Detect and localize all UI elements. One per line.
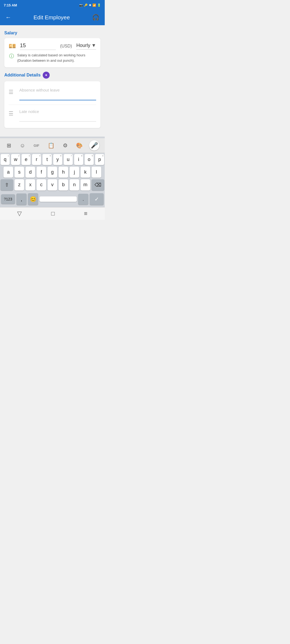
late-notice-field-row: ☰ Late notice — [9, 107, 96, 124]
kb-key-m[interactable]: m — [81, 179, 90, 191]
kb-key-u[interactable]: u7 — [64, 154, 73, 165]
additional-section-header: Additional Details ✦ — [4, 72, 100, 79]
kb-comma-key[interactable]: , — [16, 193, 27, 205]
additional-details-card: ☰ Absence without leave ☰ Late notice — [4, 81, 100, 128]
kb-key-f[interactable]: f — [37, 167, 46, 178]
absence-icon: ☰ — [9, 89, 17, 95]
kb-key-l[interactable]: l — [92, 167, 101, 178]
kb-key-w[interactable]: w2 — [11, 154, 20, 165]
salary-type-value: Hourly — [76, 43, 90, 48]
kb-key-p[interactable]: p0 — [95, 154, 104, 165]
kb-key-s[interactable]: s — [15, 167, 24, 178]
nav-menu-button[interactable]: ≡ — [84, 210, 88, 217]
kb-bottom-row: ?123 , 😊 . ✓ — [0, 193, 105, 207]
kb-mic-button[interactable]: 🎤 — [89, 140, 99, 151]
kb-key-rows: q1 w2 e3 r4 t5 y6 u7 i8 o9 p0 a s d f g … — [0, 153, 105, 193]
kb-key-k[interactable]: k — [81, 167, 90, 178]
salary-info-text: Salary is calculated based on working ho… — [17, 53, 96, 63]
kb-row-3: ⇧ z x c v b n m ⌫ — [1, 179, 104, 191]
salary-currency: (USD) — [59, 44, 74, 49]
keyboard-toolbar: ⊞ ☺ GIF 📋 ⚙ 🎨 🎤 — [0, 138, 105, 153]
headset-icon[interactable]: 🎧 — [91, 13, 100, 22]
kb-key-d[interactable]: d — [26, 167, 35, 178]
salary-card: 💴 15 (USD) Hourly ▼ ⓘ Salary is calculat… — [4, 38, 100, 67]
status-icons: 📷 🔑 ✱ 📶 🔋 — [79, 3, 101, 7]
kb-row-1: q1 w2 e3 r4 t5 y6 u7 i8 o9 p0 — [1, 154, 104, 165]
kb-key-t[interactable]: t5 — [42, 154, 52, 165]
camera-icon: 📷 — [79, 3, 83, 7]
kb-confirm-button[interactable]: ✓ — [90, 193, 104, 205]
keyboard: ⊞ ☺ GIF 📋 ⚙ 🎨 🎤 q1 w2 e3 r4 t5 y6 u7 i8 … — [0, 137, 105, 207]
back-button[interactable]: ← — [4, 13, 12, 22]
kb-sticker-icon[interactable]: ☺ — [18, 142, 27, 149]
kb-space-button[interactable] — [39, 196, 77, 202]
status-time: 7:15 AM — [4, 3, 17, 7]
field-divider — [9, 105, 96, 105]
late-notice-field-content: Late notice — [19, 109, 96, 122]
kb-key-j[interactable]: j — [70, 167, 79, 178]
key-icon: 🔑 — [84, 3, 88, 7]
signal-icon: 📶 — [92, 3, 96, 7]
app-bar: ← Edit Employee 🎧 — [0, 10, 105, 25]
kb-key-z[interactable]: z — [15, 179, 24, 191]
additional-section-label: Additional Details — [4, 73, 41, 78]
salary-type-dropdown[interactable]: Hourly ▼ — [76, 43, 96, 50]
absence-field-row: ☰ Absence without leave — [9, 86, 96, 103]
kb-palette-icon[interactable]: 🎨 — [74, 142, 84, 149]
ai-sparkle-icon: ✦ — [43, 72, 50, 79]
absence-input[interactable] — [19, 93, 96, 100]
kb-key-q[interactable]: q1 — [1, 154, 10, 165]
page-title: Edit Employee — [34, 14, 70, 21]
late-notice-input[interactable] — [19, 115, 96, 122]
kb-emoji-button[interactable]: 😊 — [28, 193, 38, 205]
bluetooth-icon: ✱ — [89, 3, 91, 7]
kb-key-r[interactable]: r4 — [32, 154, 41, 165]
absence-label: Absence without leave — [19, 88, 96, 92]
kb-clipboard-icon[interactable]: 📋 — [46, 142, 56, 149]
absence-field-content: Absence without leave — [19, 88, 96, 100]
late-notice-icon: ☰ — [9, 110, 17, 117]
kb-numbers-button[interactable]: ?123 — [1, 194, 15, 204]
kb-key-o[interactable]: o9 — [85, 154, 94, 165]
content-area: Salary 💴 15 (USD) Hourly ▼ ⓘ Salary is c… — [0, 25, 105, 137]
kb-backspace-button[interactable]: ⌫ — [92, 179, 104, 191]
kb-key-e[interactable]: e3 — [21, 154, 31, 165]
kb-period-key[interactable]: . — [78, 194, 88, 205]
nav-bar: ▽ □ ≡ — [0, 207, 105, 220]
kb-key-c[interactable]: c — [37, 179, 46, 191]
kb-shift-button[interactable]: ⇧ — [1, 179, 13, 191]
kb-gif-button[interactable]: GIF — [32, 143, 41, 148]
kb-key-x[interactable]: x — [26, 179, 35, 191]
kb-row-2: a s d f g h j k l — [1, 167, 104, 178]
nav-home-button[interactable]: □ — [51, 210, 55, 217]
salary-section-label: Salary — [4, 31, 100, 35]
dropdown-arrow-icon: ▼ — [91, 43, 96, 48]
kb-key-a[interactable]: a — [3, 167, 13, 178]
salary-row: 💴 15 (USD) Hourly ▼ — [9, 42, 96, 50]
kb-key-y[interactable]: y6 — [53, 154, 62, 165]
kb-key-b[interactable]: b — [59, 179, 68, 191]
salary-amount[interactable]: 15 — [20, 42, 56, 50]
kb-key-h[interactable]: h — [59, 167, 68, 178]
battery-icon: 🔋 — [97, 3, 101, 7]
salary-info-row: ⓘ Salary is calculated based on working … — [9, 53, 96, 63]
kb-key-g[interactable]: g — [48, 167, 57, 178]
kb-settings-icon[interactable]: ⚙ — [61, 142, 69, 149]
late-notice-label: Late notice — [19, 109, 96, 114]
kb-key-v[interactable]: v — [48, 179, 57, 191]
kb-key-i[interactable]: i8 — [74, 154, 83, 165]
nav-back-button[interactable]: ▽ — [17, 210, 22, 217]
info-circle-icon: ⓘ — [9, 53, 15, 59]
money-icon: 💴 — [9, 43, 17, 50]
status-bar: 7:15 AM 📷 🔑 ✱ 📶 🔋 — [0, 0, 105, 10]
kb-grid-icon[interactable]: ⊞ — [5, 142, 13, 149]
kb-key-n[interactable]: n — [70, 179, 79, 191]
